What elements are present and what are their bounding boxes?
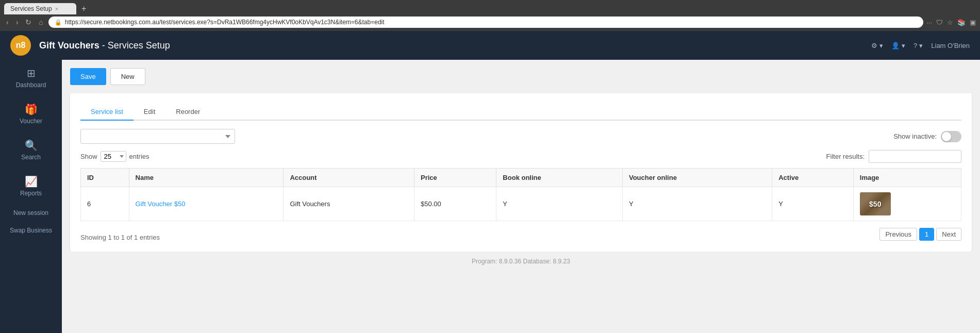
settings-chevron: ▾ xyxy=(879,42,883,49)
user-name-label: Liam O'Brien xyxy=(931,42,970,49)
col-header-image: Image xyxy=(853,169,961,187)
cell-voucher-online: Y xyxy=(622,187,772,221)
help-icon: ? xyxy=(913,42,917,49)
address-bar[interactable]: 🔒 https://secure.netbookings.com.au/test… xyxy=(48,16,923,28)
tab-title: Services Setup xyxy=(10,5,52,12)
cell-account: Gift Vouchers xyxy=(284,187,414,221)
cell-image: $50 xyxy=(853,187,961,221)
tab-bar: Services Setup × + xyxy=(4,3,976,14)
show-inactive-control: Show inactive: xyxy=(893,131,961,142)
sidebar-item-label-voucher: Voucher xyxy=(20,118,42,125)
forward-button[interactable]: › xyxy=(14,17,21,27)
content-area: Save New Service list Edit Reorder xyxy=(62,60,980,333)
sidebar-item-dashboard[interactable]: ⊞ Dashboard xyxy=(0,60,62,96)
user-avatar-icon: 👤 xyxy=(891,42,900,49)
toolbar: Save New xyxy=(70,68,972,85)
voucher-name-link[interactable]: Gift Voucher $50 xyxy=(136,200,186,208)
settings-icon: ⚙ xyxy=(871,42,877,49)
sidebar-item-label-dashboard: Dashboard xyxy=(16,81,46,89)
entries-left: Show 25 10 50 100 entries xyxy=(80,151,150,162)
page-1-button[interactable]: 1 xyxy=(919,228,934,241)
pagination-row: Showing 1 to 1 of 1 entries Previous 1 N… xyxy=(80,227,961,241)
pagination: Previous 1 Next xyxy=(879,228,961,241)
cell-name: Gift Voucher $50 xyxy=(129,187,284,221)
next-button[interactable]: Next xyxy=(936,228,961,241)
browser-tab-active[interactable]: Services Setup × xyxy=(4,3,76,14)
footer: Program: 8.9.0.36 Database: 8.9.23 xyxy=(70,252,972,271)
tab-close-button[interactable]: × xyxy=(55,6,58,12)
filter-results: Filter results: xyxy=(826,150,961,163)
tab-reorder[interactable]: Reorder xyxy=(165,104,210,121)
sidebar-item-label-search: Search xyxy=(21,154,41,161)
sidebar-item-reports[interactable]: 📈 Reports xyxy=(0,168,62,204)
sidebar: ⊞ Dashboard 🎁 Voucher 🔍 Search 📈 Reports… xyxy=(0,60,62,333)
filter-dropdown[interactable] xyxy=(80,129,235,144)
sidebar-item-swap-business[interactable]: Swap Business xyxy=(0,222,62,239)
sidebar-item-search[interactable]: 🔍 Search xyxy=(0,132,62,168)
header-actions: ⚙ ▾ 👤 ▾ ? ▾ Liam O'Brien xyxy=(871,42,970,49)
dashboard-icon: ⊞ xyxy=(27,67,36,79)
footer-text: Program: 8.9.0.36 Database: 8.9.23 xyxy=(472,258,570,265)
col-header-voucher-online: Voucher online xyxy=(622,169,772,187)
user-name-menu[interactable]: Liam O'Brien xyxy=(931,42,970,49)
show-inactive-label: Show inactive: xyxy=(893,132,937,140)
extensions-icon: 🛡 xyxy=(936,19,943,26)
sidebar-item-voucher[interactable]: 🎁 Voucher xyxy=(0,96,62,132)
voucher-icon: 🎁 xyxy=(25,103,38,115)
user-icon-menu[interactable]: 👤 ▾ xyxy=(891,42,905,49)
filter-results-label: Filter results: xyxy=(826,153,865,160)
table-header-row: ID Name Account Price Book online Vouche… xyxy=(81,169,961,187)
search-icon: 🔍 xyxy=(25,139,38,152)
app-container: ⊞ Dashboard 🎁 Voucher 🔍 Search 📈 Reports… xyxy=(0,60,980,333)
reports-icon: 📈 xyxy=(25,175,38,188)
bookmark-icon: ☆ xyxy=(947,19,953,26)
main-content: Save New Service list Edit Reorder xyxy=(62,60,980,333)
entries-label: entries xyxy=(129,153,150,160)
cell-book-online: Y xyxy=(496,187,623,221)
cell-id: 6 xyxy=(81,187,129,221)
tab-edit[interactable]: Edit xyxy=(134,104,165,121)
home-button[interactable]: ⌂ xyxy=(37,17,45,27)
address-bar-row: ‹ › ↻ ⌂ 🔒 https://secure.netbookings.com… xyxy=(4,16,976,31)
app-logo: n8 xyxy=(10,35,31,56)
browser-chrome: Services Setup × + ‹ › ↻ ⌂ 🔒 https://sec… xyxy=(0,0,980,31)
logo-circle: n8 xyxy=(10,35,31,56)
browser-menu-button[interactable]: ··· xyxy=(926,19,932,26)
bookmarks-library-icon: 📚 xyxy=(957,19,966,26)
url-text: https://secure.netbookings.com.au/test/s… xyxy=(65,19,385,26)
col-header-price: Price xyxy=(414,169,496,187)
tab-service-list[interactable]: Service list xyxy=(80,104,134,121)
show-inactive-toggle[interactable] xyxy=(941,131,961,142)
table-row: 6 Gift Voucher $50 Gift Vouchers $50.00 … xyxy=(81,187,961,221)
entries-row: Show 25 10 50 100 entries Filter results… xyxy=(80,150,961,163)
voucher-thumbnail: $50 xyxy=(860,192,891,215)
col-header-active: Active xyxy=(772,169,854,187)
filter-results-input[interactable] xyxy=(869,150,961,163)
new-button[interactable]: New xyxy=(110,68,145,85)
new-tab-button[interactable]: + xyxy=(78,3,89,14)
app-header: n8 Gift Vouchers - Services Setup ⚙ ▾ 👤 … xyxy=(0,31,980,60)
col-header-account: Account xyxy=(284,169,414,187)
filter-row: Show inactive: xyxy=(80,129,961,144)
sidebar-toggle-icon: ▣ xyxy=(970,19,976,26)
browser-extras: ··· 🛡 ☆ 📚 ▣ xyxy=(926,19,976,26)
previous-button[interactable]: Previous xyxy=(879,228,917,241)
showing-entries-text: Showing 1 to 1 of 1 entries xyxy=(80,234,160,241)
back-button[interactable]: ‹ xyxy=(4,17,11,27)
settings-menu[interactable]: ⚙ ▾ xyxy=(871,42,883,49)
col-header-name: Name xyxy=(129,169,284,187)
save-button[interactable]: Save xyxy=(70,68,106,85)
entries-select[interactable]: 25 10 50 100 xyxy=(101,151,126,162)
sidebar-item-label-reports: Reports xyxy=(20,190,42,197)
tab-bar-content: Service list Edit Reorder xyxy=(80,104,961,121)
help-menu[interactable]: ? ▾ xyxy=(913,42,923,49)
cell-active: Y xyxy=(772,187,854,221)
col-header-book-online: Book online xyxy=(496,169,623,187)
cell-price: $50.00 xyxy=(414,187,496,221)
main-card: Service list Edit Reorder Show inac xyxy=(70,93,972,252)
sidebar-item-new-session[interactable]: New session xyxy=(0,204,62,222)
col-header-id: ID xyxy=(81,169,129,187)
refresh-button[interactable]: ↻ xyxy=(23,17,34,27)
show-label: Show xyxy=(80,153,97,160)
data-table: ID Name Account Price Book online Vouche… xyxy=(80,168,961,221)
